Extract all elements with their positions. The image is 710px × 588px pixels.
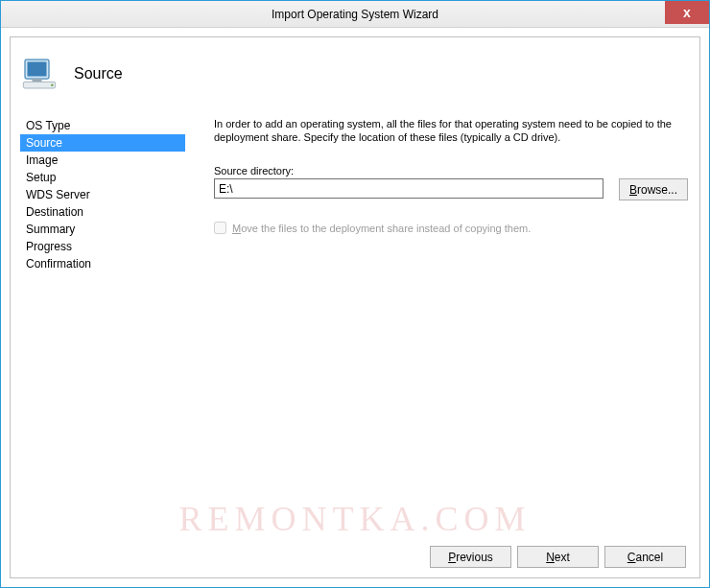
header: Source [11,37,699,117]
wizard-step-source[interactable]: Source [20,134,185,152]
move-files-option: Move the files to the deployment share i… [214,222,688,234]
dialog-body: Source OS TypeSourceImageSetupWDS Server… [10,36,700,578]
wizard-footer: Previous Next Cancel [430,546,686,568]
close-icon: x [683,5,691,20]
previous-button[interactable]: Previous [430,546,511,568]
svg-rect-2 [33,79,42,82]
move-files-checkbox [214,222,226,234]
browse-button[interactable]: Browse... [619,178,688,200]
source-directory-label: Source directory: [214,165,688,176]
move-files-label: Move the files to the deployment share i… [232,223,531,234]
svg-point-4 [51,83,54,86]
watermark: REMONTKA.COM [178,499,531,539]
wizard-step-summary[interactable]: Summary [20,221,185,238]
main-panel: In order to add an operating system, all… [185,117,690,272]
wizard-step-destination[interactable]: Destination [20,203,185,221]
cancel-button[interactable]: Cancel [604,546,686,568]
window-title: Import Operating System Wizard [272,8,438,21]
wizard-step-wds-server[interactable]: WDS Server [20,186,185,203]
wizard-steps-nav: OS TypeSourceImageSetupWDS ServerDestina… [20,117,185,272]
instruction-text: In order to add an operating system, all… [214,117,688,144]
close-button[interactable]: x [665,1,709,24]
wizard-step-progress[interactable]: Progress [20,238,185,255]
wizard-step-setup[interactable]: Setup [20,169,185,186]
next-button[interactable]: Next [517,546,599,568]
page-title: Source [74,65,123,82]
wizard-step-os-type[interactable]: OS Type [20,117,185,134]
wizard-step-image[interactable]: Image [20,152,185,169]
svg-rect-1 [28,62,47,77]
svg-rect-3 [23,82,55,88]
titlebar: Import Operating System Wizard x [1,1,709,28]
computer-icon [20,55,59,93]
source-directory-input[interactable] [214,178,604,199]
wizard-step-confirmation[interactable]: Confirmation [20,255,185,272]
